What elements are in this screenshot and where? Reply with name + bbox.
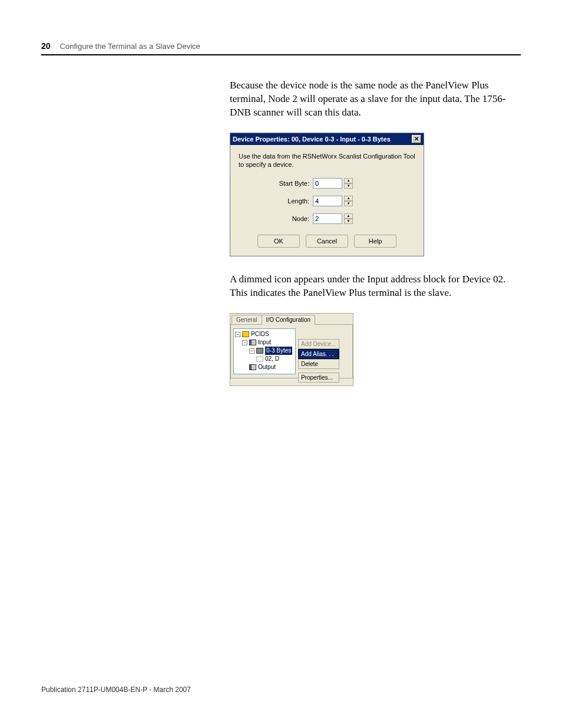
spin-down-icon[interactable]: ▼ <box>344 183 353 189</box>
add-device-button[interactable]: Add Device... <box>298 339 339 349</box>
tree-collapse-icon[interactable]: − <box>242 340 247 345</box>
output-icon <box>249 364 256 370</box>
dialog-title: Device Properties: 00, Device 0-3 - Inpu… <box>233 136 391 143</box>
cancel-button[interactable]: Cancel <box>306 235 348 248</box>
paragraph-1: Because the device node is the same node… <box>230 79 513 120</box>
start-byte-label: Start Byte: <box>239 180 313 187</box>
footer-publication: Publication 2711P-UM004B-EN-P - March 20… <box>41 686 191 694</box>
length-label: Length: <box>239 197 313 205</box>
header-title: Configure the Terminal as a Slave Device <box>60 42 200 51</box>
paragraph-2: A dimmed icon appears under the Input ad… <box>230 273 513 300</box>
start-byte-spinner[interactable]: ▲ ▼ <box>344 178 353 189</box>
spin-down-icon[interactable]: ▼ <box>344 219 353 224</box>
add-alias-button[interactable]: Add Alias. . . <box>298 349 339 359</box>
tree-collapse-icon[interactable]: − <box>235 332 240 337</box>
input-icon <box>249 340 256 345</box>
length-row: Length: ▲ ▼ <box>239 196 415 206</box>
tree-device[interactable]: 02, D <box>235 355 294 363</box>
dialog-button-row: OK Cancel Help <box>239 235 415 248</box>
dialog-instruction: Use the data from the RSNetWorx Scanlist… <box>239 152 415 169</box>
length-input[interactable] <box>313 196 342 206</box>
properties-button[interactable]: Properties... <box>298 373 339 383</box>
bytes-icon <box>256 348 263 354</box>
start-byte-input[interactable] <box>313 178 342 189</box>
help-button[interactable]: Help <box>354 235 396 248</box>
close-icon[interactable]: ✕ <box>412 135 421 143</box>
tree-output[interactable]: Output <box>235 363 294 371</box>
page-header: 20 Configure the Terminal as a Slave Dev… <box>41 41 521 51</box>
ok-button[interactable]: OK <box>257 235 300 248</box>
tree-root[interactable]: − PCIDS <box>235 330 294 338</box>
header-rule <box>41 54 521 55</box>
length-spinner[interactable]: ▲ ▼ <box>344 196 353 206</box>
pcids-icon <box>242 331 249 337</box>
node-label: Node: <box>239 215 313 222</box>
tree-input-label: Input <box>258 338 271 347</box>
tree-collapse-icon[interactable]: − <box>249 348 254 354</box>
node-spinner[interactable]: ▲ ▼ <box>344 213 353 224</box>
device-properties-dialog: Device Properties: 00, Device 0-3 - Inpu… <box>230 133 424 257</box>
page-number: 20 <box>41 41 51 51</box>
tab-io-configuration[interactable]: I/O Configuration <box>262 315 316 325</box>
tree-root-label: PCIDS <box>251 330 269 338</box>
tree-device-label: 02, D <box>265 355 279 363</box>
node-input[interactable] <box>313 213 342 224</box>
tree-bytes-label: 0-3 Bytes <box>265 347 292 355</box>
dialog-titlebar[interactable]: Device Properties: 00, Device 0-3 - Inpu… <box>230 133 424 145</box>
side-button-group: Add Device... Add Alias. . . Delete Prop… <box>298 339 339 383</box>
spin-down-icon[interactable]: ▼ <box>344 201 353 206</box>
io-config-panel: General I/O Configuration − PCIDS − Inpu… <box>230 313 353 386</box>
tree-output-label: Output <box>258 363 276 371</box>
tab-strip: General I/O Configuration <box>230 314 353 324</box>
tab-general[interactable]: General <box>232 315 262 324</box>
start-byte-row: Start Byte: ▲ ▼ <box>239 178 415 189</box>
device-dimmed-icon <box>256 356 263 362</box>
spin-up-icon[interactable]: ▲ <box>344 213 353 219</box>
io-tree[interactable]: − PCIDS − Input − 0-3 Bytes 02, D <box>233 328 296 374</box>
spin-up-icon[interactable]: ▲ <box>344 196 353 201</box>
tab-panel: − PCIDS − Input − 0-3 Bytes 02, D <box>230 324 353 378</box>
delete-button[interactable]: Delete <box>298 359 339 369</box>
spin-up-icon[interactable]: ▲ <box>344 178 353 183</box>
node-row: Node: ▲ ▼ <box>239 213 415 224</box>
tree-input[interactable]: − Input <box>235 338 294 347</box>
tree-bytes[interactable]: − 0-3 Bytes <box>235 347 294 355</box>
